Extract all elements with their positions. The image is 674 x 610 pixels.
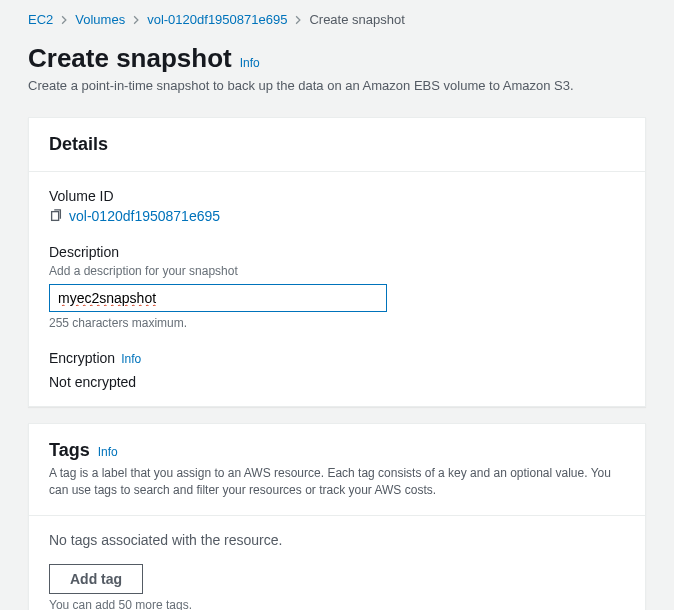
description-field: Description Add a description for your s… <box>49 244 625 330</box>
tags-heading: Tags <box>49 440 90 461</box>
breadcrumb-ec2[interactable]: EC2 <box>28 12 53 27</box>
chevron-right-icon <box>131 15 141 25</box>
breadcrumb-volume-id[interactable]: vol-0120df1950871e695 <box>147 12 287 27</box>
description-sub: Add a description for your snapshot <box>49 264 625 278</box>
page-info-link[interactable]: Info <box>240 56 260 70</box>
page-subtitle: Create a point-in-time snapshot to back … <box>28 78 646 93</box>
description-input[interactable] <box>49 284 387 312</box>
description-label: Description <box>49 244 625 260</box>
description-hint: 255 characters maximum. <box>49 316 625 330</box>
tags-hint: You can add 50 more tags. <box>49 598 625 610</box>
tags-empty-text: No tags associated with the resource. <box>49 532 625 548</box>
volume-id-label: Volume ID <box>49 188 625 204</box>
encryption-info-link[interactable]: Info <box>121 352 141 366</box>
copy-icon[interactable] <box>49 209 63 223</box>
breadcrumb: EC2 Volumes vol-0120df1950871e695 Create… <box>0 12 674 27</box>
details-heading: Details <box>49 134 625 155</box>
svg-rect-0 <box>52 212 59 221</box>
breadcrumb-current: Create snapshot <box>309 12 404 27</box>
encryption-field: Encryption Info Not encrypted <box>49 350 625 390</box>
chevron-right-icon <box>59 15 69 25</box>
tags-info-link[interactable]: Info <box>98 445 118 459</box>
tags-description: A tag is a label that you assign to an A… <box>49 465 625 499</box>
volume-id-link[interactable]: vol-0120df1950871e695 <box>69 208 220 224</box>
add-tag-button[interactable]: Add tag <box>49 564 143 594</box>
chevron-right-icon <box>293 15 303 25</box>
details-panel: Details Volume ID vol-0120df1950871e695 … <box>28 117 646 407</box>
breadcrumb-volumes[interactable]: Volumes <box>75 12 125 27</box>
encryption-value: Not encrypted <box>49 374 625 390</box>
page-title: Create snapshot <box>28 43 232 74</box>
tags-panel: Tags Info A tag is a label that you assi… <box>28 423 646 610</box>
volume-id-field: Volume ID vol-0120df1950871e695 <box>49 188 625 224</box>
encryption-label: Encryption <box>49 350 115 366</box>
